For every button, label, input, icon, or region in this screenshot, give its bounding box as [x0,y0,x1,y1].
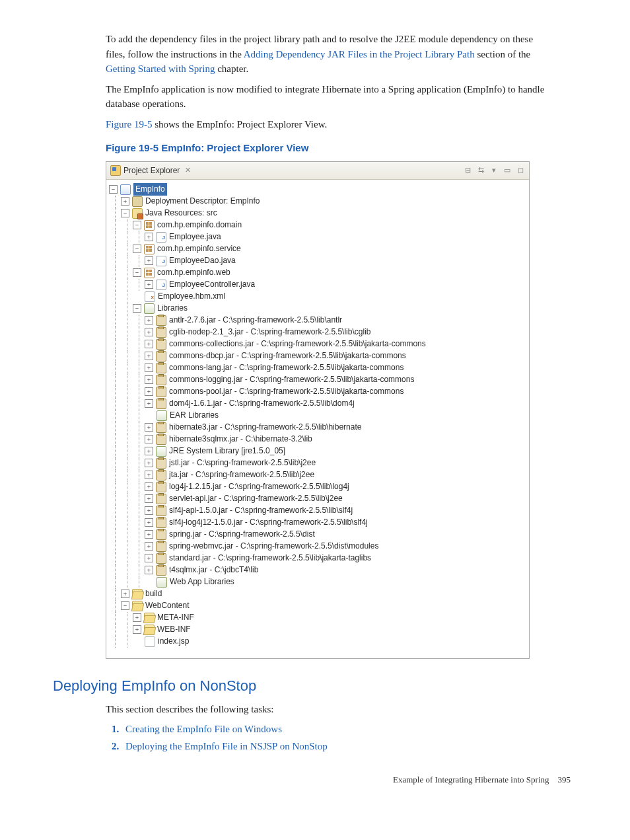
figure-caption: Figure 19-5 EmpInfo: Project Explorer Vi… [106,141,551,156]
maximize-icon[interactable]: ◻ [516,166,525,175]
paragraph-1: To add the dependency files in the proje… [106,32,551,77]
tree-item-jar[interactable]: +standard.jar - C:\spring-framework-2.5.… [109,553,526,564]
tree-label: EmployeeController.java [169,278,255,291]
expand-toggle[interactable]: + [145,506,153,515]
link-getting-started[interactable]: Getting Started with Spring [106,63,215,74]
expand-toggle[interactable]: + [133,625,141,634]
tree-item-jar[interactable]: +spring.jar - C:\spring-framework-2.5.5\… [109,529,526,541]
link-figure-ref[interactable]: Figure 19-5 [106,119,152,130]
expand-toggle[interactable]: + [145,399,153,408]
link-add-dependency[interactable]: Adding Dependency JAR Files in the Proje… [244,49,475,59]
tree-item-java[interactable]: + EmployeeController.java [109,279,526,291]
tree-item-folder[interactable]: − WebContent [109,600,526,612]
link-step-1a[interactable]: Creating the EmpInfo [125,724,215,734]
collapse-toggle[interactable]: − [133,304,141,313]
tree-label: jta.jar - C:\spring-framework-2.5.5\lib\… [169,469,314,481]
library-icon [156,446,166,457]
expand-toggle[interactable]: + [121,590,129,598]
tree-item-jar[interactable]: +slf4j-api-1.5.0.jar - C:\spring-framewo… [109,505,526,517]
collapse-toggle[interactable]: − [121,209,129,217]
collapse-all-icon[interactable]: ⊟ [463,166,472,175]
tree-item-folder[interactable]: + META-INF [109,612,526,624]
tree-item-jar[interactable]: +slf4j-log4j12-1.5.0.jar - C:\spring-fra… [109,517,526,529]
tree-item-package[interactable]: − com.hp.empinfo.service [109,243,526,255]
expand-toggle[interactable]: + [145,542,153,551]
expand-toggle[interactable]: + [145,435,153,443]
expand-toggle[interactable]: + [145,363,153,372]
collapse-toggle[interactable]: − [133,268,141,277]
collapse-toggle[interactable]: − [133,221,141,229]
close-icon[interactable]: ✕ [185,165,191,176]
tree-item-jar[interactable]: +t4sqlmx.jar - C:\jdbcT4\lib [109,564,526,576]
expand-toggle[interactable]: + [145,554,153,562]
tree-item-lib[interactable]: + JRE System Library [jre1.5.0_05] [109,445,526,457]
expand-toggle[interactable]: + [145,566,153,574]
tree-item-package[interactable]: − com.hp.empinfo.domain [109,219,526,231]
expand-toggle[interactable]: + [145,494,153,503]
view-menu-icon[interactable]: ▾ [489,166,499,175]
tree-label: dom4j-1.6.1.jar - C:\spring-framework-2.… [169,397,355,410]
expand-toggle[interactable]: + [145,233,153,241]
expand-toggle[interactable]: + [145,471,153,479]
link-step-2a[interactable]: Deploying the EmpInfo [125,741,222,751]
tree-item-package[interactable]: − com.hp.empinfo.web [109,267,526,279]
tree-item-src[interactable]: − Java Resources: src [109,208,526,219]
expand-toggle[interactable]: + [145,316,153,325]
tree-item-jar[interactable]: +antlr-2.7.6.jar - C:\spring-framework-2… [109,315,526,326]
tree-item-java[interactable]: + EmployeeDao.java [109,255,526,267]
tree-label: commons-lang.jar - C:\spring-framework-2… [169,362,403,374]
expand-toggle[interactable]: + [145,375,153,384]
src-folder-icon [132,208,143,219]
tree-item-dd[interactable]: + Deployment Descriptor: EmpInfo [109,196,526,208]
link-step-2b[interactable]: File in NSJSP on NonStop [222,741,328,751]
tree-item-jar[interactable]: +commons-logging.jar - C:\spring-framewo… [109,374,526,386]
tree-item-jar[interactable]: +servlet-api.jar - C:\spring-framework-2… [109,493,526,505]
link-editor-icon[interactable]: ⇆ [476,166,485,175]
collapse-toggle[interactable]: − [121,601,129,610]
folder-icon [132,589,143,599]
tree-item-lib[interactable]: Web App Libraries [109,576,526,588]
tree-item-xml[interactable]: Employee.hbm.xml [109,291,526,303]
link-step-1b[interactable]: File on Windows [215,724,282,734]
tree-label: commons-collections.jar - C:\spring-fram… [169,338,426,350]
tree-item-libraries[interactable]: − Libraries [109,303,526,315]
expand-toggle[interactable]: + [145,387,153,396]
expand-toggle[interactable]: + [145,340,153,348]
tree-label: Employee.hbm.xml [158,290,225,303]
minimize-icon[interactable]: ▭ [503,166,512,175]
tree-item-jar[interactable]: +jstl.jar - C:\spring-framework-2.5.5\li… [109,457,526,469]
tree-item-jar[interactable]: +cglib-nodep-2.1_3.jar - C:\spring-frame… [109,326,526,338]
expand-toggle[interactable]: + [145,423,153,432]
expand-toggle[interactable]: + [133,613,141,622]
expand-toggle[interactable]: + [145,352,153,360]
tree-item-jar[interactable]: +jta.jar - C:\spring-framework-2.5.5\lib… [109,469,526,481]
tree-item-jar[interactable]: +spring-webmvc.jar - C:\spring-framework… [109,541,526,553]
tree-item-jar[interactable]: +commons-collections.jar - C:\spring-fra… [109,338,526,350]
expand-toggle[interactable]: + [145,280,153,289]
tree-item-folder[interactable]: + WEB-INF [109,624,526,636]
expand-toggle[interactable]: + [145,256,153,265]
expand-toggle[interactable]: + [145,328,153,336]
expand-toggle[interactable]: + [145,482,153,491]
tree-item-lib[interactable]: EAR Libraries [109,410,526,422]
collapse-toggle[interactable]: − [109,185,118,194]
tree-item-jar[interactable]: +dom4j-1.6.1.jar - C:\spring-framework-2… [109,398,526,410]
tree-item-project[interactable]: − EmpInfo [109,184,526,196]
tree-item-folder[interactable]: + build [109,588,526,600]
expand-toggle[interactable]: + [145,447,153,455]
expand-toggle[interactable]: + [121,197,129,206]
expand-toggle[interactable]: + [145,530,153,539]
tree-item-java[interactable]: + Employee.java [109,231,526,243]
expand-toggle[interactable]: + [145,518,153,527]
tree-item-jar[interactable]: +hibernate3sqlmx.jar - C:\hibernate-3.2\… [109,434,526,445]
tree-label: log4j-1.2.15.jar - C:\spring-framework-2… [169,480,349,493]
tree-item-jar[interactable]: +commons-dbcp.jar - C:\spring-framework-… [109,350,526,362]
tree-item-jar[interactable]: +commons-lang.jar - C:\spring-framework-… [109,362,526,374]
tree-item-jar[interactable]: +commons-pool.jar - C:\spring-framework-… [109,386,526,398]
tree-item-jar[interactable]: +log4j-1.2.15.jar - C:\spring-framework-… [109,481,526,493]
tree-label: Java Resources: src [145,207,217,219]
collapse-toggle[interactable]: − [133,245,141,253]
expand-toggle[interactable]: + [145,459,153,467]
tree-item-file[interactable]: index.jsp [109,636,526,648]
tree-item-jar[interactable]: +hibernate3.jar - C:\spring-framework-2.… [109,422,526,434]
